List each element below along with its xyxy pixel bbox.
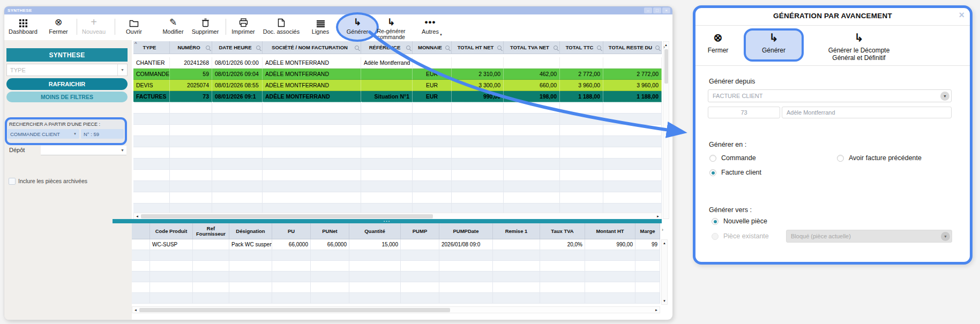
scroll-right-icon[interactable]: ► [655, 308, 658, 312]
main-table-vertical-scrollbar[interactable]: ▲ [663, 41, 669, 219]
column-header-total-ht[interactable]: TOTAL HT NET [452, 41, 504, 54]
detail-table-vertical-scrollbar[interactable]: ▲ ▼ [661, 239, 668, 305]
piece-number-field[interactable]: N° : 59 [81, 129, 124, 139]
toolbar-fermer[interactable]: ⊗ Fermer [41, 16, 76, 35]
toolbar-imprimer[interactable]: Imprimer [226, 16, 260, 35]
table-row-commandes[interactable]: COMMANDES 59 08/01/2026 09:04 ADÈLE MONT… [133, 69, 662, 80]
column-header-label: MONNAIE [418, 44, 442, 50]
scroll-right-icon[interactable]: ► [656, 215, 660, 218]
chevron-down-icon[interactable]: ▼ [940, 92, 949, 101]
column-header-designation[interactable]: Désignation [229, 223, 272, 239]
detail-table-horizontal-scrollbar[interactable]: ◄ ► [132, 306, 660, 313]
minimize-icon[interactable]: – [644, 7, 652, 13]
column-header-ref-fournisseur[interactable]: Ref Fournisseur [193, 223, 229, 239]
generer-depuis-value: FACTURE CLIENT [713, 93, 763, 99]
scrollbar-thumb[interactable] [664, 49, 668, 84]
table-row-chantier[interactable]: CHANTIER 20241268 08/01/2026 00:00 ADÈLE… [133, 57, 662, 69]
toolbar-regenerer[interactable]: ↳ Re-générer commande [373, 16, 409, 40]
toolbar-lignes[interactable]: Lignes [303, 16, 338, 35]
scroll-down-icon[interactable]: ▼ [663, 299, 666, 303]
cell-pumpdate: 2026/01/08 09:0 [439, 239, 493, 250]
table-row-factures-selected[interactable]: FACTURES 73 08/01/2026 09:1 ADÈLE MONTFE… [133, 91, 662, 102]
scroll-up-icon[interactable]: ▲ [663, 242, 666, 245]
toolbar-ouvrir[interactable]: Ouvrir [117, 16, 151, 35]
scroll-right-icon[interactable]: › [663, 44, 665, 50]
column-header-total-reste[interactable]: TOTAL RESTE DU [603, 41, 662, 54]
column-header-pu[interactable]: PU [272, 223, 311, 239]
empty-cell [603, 114, 662, 125]
search-icon[interactable] [256, 46, 260, 50]
search-icon[interactable] [597, 46, 601, 50]
column-header-punet[interactable]: PUNet [311, 223, 349, 239]
table-row-devis[interactable]: DEVIS 2025074 08/01/2026 08:55 ADÈLE MON… [133, 80, 662, 91]
column-header-total-ttc[interactable]: TOTAL TTC [560, 41, 603, 54]
generer-depuis-select[interactable]: FACTURE CLIENT ▼ [708, 89, 952, 102]
cell-type: COMMANDES [133, 69, 170, 80]
detail-table-row[interactable]: WC-SUSP Pack WC suspen 66,0000 66,0000 1… [132, 239, 660, 250]
toolbar-supprimer[interactable]: Supprimer [188, 16, 222, 35]
empty-cell [132, 272, 150, 282]
toolbar-autres[interactable]: ••• Autres [413, 16, 447, 35]
radio-avoir-facture[interactable] [837, 155, 844, 162]
toolbar-modifier[interactable]: ✎ Modifier [156, 16, 190, 35]
scroll-left-icon[interactable]: ◄ [136, 215, 139, 218]
dialog-generer-button[interactable]: ↳ Générer [752, 31, 795, 54]
empty-cell [560, 159, 603, 170]
radio-facture-client-selected[interactable] [709, 169, 716, 176]
scroll-left-icon[interactable]: ◄ [134, 308, 137, 312]
piece-numero-field[interactable]: 73 [708, 107, 780, 118]
empty-cell [504, 102, 560, 114]
close-icon[interactable]: × [662, 7, 670, 13]
splitter-handle[interactable]: ... [113, 219, 662, 223]
column-header-societe[interactable]: SOCIÉTÉ / NOM FACTURATION [263, 41, 361, 54]
scroll-right-icon[interactable]: › [662, 227, 663, 232]
dialog-close-icon[interactable]: × [959, 10, 964, 21]
column-header-pump[interactable]: PUMP [401, 223, 439, 239]
radio-commande[interactable] [709, 155, 716, 162]
rafraichir-button[interactable]: RAFRAICHIR [6, 78, 128, 90]
depot-select[interactable]: ▼ [41, 146, 126, 155]
empty-cell [540, 293, 585, 304]
column-header-taux-tva[interactable]: Taux TVA [540, 223, 585, 239]
autres-caret-icon[interactable]: ▼ [439, 33, 443, 36]
piece-type-select[interactable]: COMMANDE CLIENT ▼ [8, 129, 79, 139]
moins-de-filtres-button[interactable]: MOINS DE FILTRES [6, 92, 128, 102]
maximize-icon[interactable]: □ [653, 7, 661, 13]
empty-cell [170, 159, 212, 170]
search-icon[interactable] [655, 46, 660, 50]
column-header-total-tva[interactable]: TOTAL TVA NET [504, 41, 560, 54]
column-header-monnaie[interactable]: MONNAIE [413, 41, 452, 54]
column-header-montant-ht[interactable]: Montant HT [585, 223, 635, 239]
column-header-pumpdate[interactable]: PUMPDate [439, 223, 493, 239]
column-header-reference[interactable]: RÉFÉRENCE [361, 41, 413, 54]
column-header-numero[interactable]: NUMÉRO [170, 41, 212, 54]
column-header-quantite[interactable]: Quantité [349, 223, 401, 239]
piece-nom-field[interactable]: Adèle Montferrand [782, 107, 952, 118]
toolbar-generer[interactable]: ↳ Générer [340, 16, 375, 35]
column-header-date-heure[interactable]: DATE HEURE [212, 41, 263, 54]
dialog-decompte-button[interactable]: ↳ Générer le Décompte Général et Définit… [813, 31, 904, 62]
type-select[interactable]: TYPE ▼ [6, 64, 128, 76]
search-icon[interactable] [355, 46, 359, 50]
search-icon[interactable] [445, 46, 450, 50]
archived-checkbox[interactable] [9, 178, 16, 185]
dialog-fermer-button[interactable]: ⊗ Fermer [702, 31, 734, 54]
search-icon[interactable] [206, 46, 210, 50]
radio-nouvelle-piece-selected[interactable] [712, 218, 719, 225]
empty-row [133, 181, 662, 192]
column-header-marge[interactable]: Marge [635, 223, 660, 239]
empty-row [133, 192, 662, 204]
search-icon[interactable] [553, 46, 558, 50]
column-header-type[interactable]: ^ TYPE [133, 41, 170, 54]
column-header-label: NUMÉRO [177, 44, 200, 50]
column-header-code-produit[interactable]: Code Produit [150, 223, 193, 239]
column-header-remise[interactable]: Remise 1 [493, 223, 540, 239]
search-icon[interactable] [497, 46, 502, 50]
scrollbar-thumb[interactable] [139, 308, 450, 312]
toolbar-doc-associes[interactable]: Doc. associés [260, 16, 303, 35]
cell-designation: Pack WC suspen [229, 239, 272, 250]
search-icon[interactable] [406, 46, 410, 50]
toolbar-dashboard[interactable]: Dashboard [6, 16, 40, 35]
empty-cell [540, 282, 585, 293]
empty-cell [452, 159, 504, 170]
